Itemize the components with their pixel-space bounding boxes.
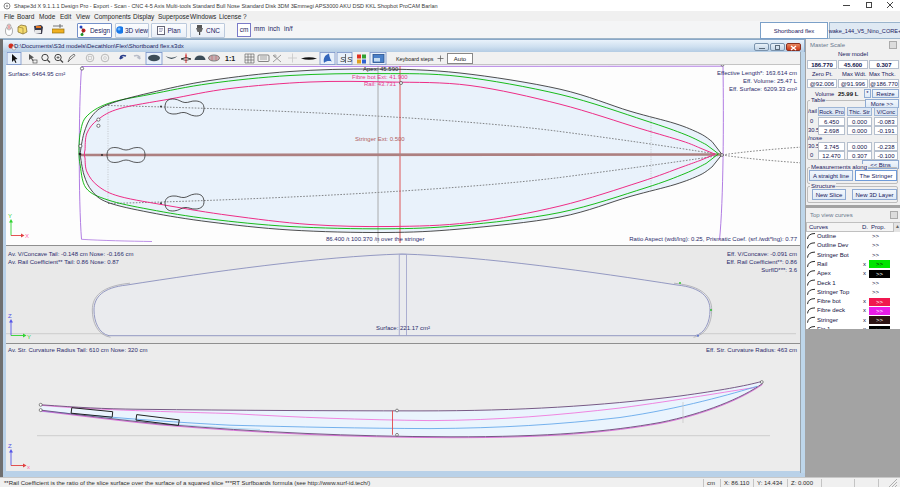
svg-text:Eff. Rail Coefficient**: 0.86: Eff. Rail Coefficient**: 0.86 <box>727 259 798 265</box>
svg-text:86.400 /t 100.370 /n over the: 86.400 /t 100.370 /n over the stringer <box>326 236 424 242</box>
svg-text:Av. V/Concave Tail: -0.148 cm: Av. V/Concave Tail: -0.148 cm Nose: -0.1… <box>8 251 133 257</box>
svg-text:Eff. V/Concave: -0.091 cm: Eff. V/Concave: -0.091 cm <box>727 251 797 257</box>
svg-text:Z: Z <box>8 443 12 449</box>
svg-text:Ratio Aspect (wdt/lng): 0.25,: Ratio Aspect (wdt/lng): 0.25, Prismatic … <box>629 236 797 242</box>
svg-text:Apex: 45.590: Apex: 45.590 <box>363 66 399 72</box>
svg-text:Y: Y <box>8 213 12 219</box>
svg-text:Eff. Str. Curvature Radius: 46: Eff. Str. Curvature Radius: 463 cm <box>706 347 797 353</box>
svg-text:Effective Length*: 163.614 cm: Effective Length*: 163.614 cm <box>717 70 797 76</box>
svg-text:S: S <box>340 55 346 64</box>
svg-text:S: S <box>347 55 353 64</box>
svg-text:Surface: 221.17 cm²: Surface: 221.17 cm² <box>376 325 430 331</box>
svg-text:Z: Z <box>8 313 12 319</box>
svg-text:Y: Y <box>27 334 31 340</box>
svg-text:Surface: 6464.95 cm²: Surface: 6464.95 cm² <box>8 71 65 77</box>
svg-text:Stringer Ext: 0.500: Stringer Ext: 0.500 <box>355 136 405 142</box>
svg-text:SurfID***: 3.6: SurfID***: 3.6 <box>761 267 797 273</box>
svg-text:Eff. Volume: 25.47 L: Eff. Volume: 25.47 L <box>743 78 798 84</box>
svg-text:Av. Str. Curvature Radius Tail: Av. Str. Curvature Radius Tail: 610 cm N… <box>8 347 147 353</box>
svg-text:Eff. Surface: 6209.33 cm²: Eff. Surface: 6209.33 cm² <box>729 86 797 92</box>
svg-text:x: x <box>27 464 30 470</box>
svg-text:1:1: 1:1 <box>225 55 235 62</box>
svg-text:Keyboard steps: Keyboard steps <box>396 56 434 62</box>
svg-text:Av. Rail Coefficient** Tail:: Av. Rail Coefficient** Tail: 0.86 Nose: … <box>8 259 120 265</box>
svg-text:Rail: 43.731: Rail: 43.731 <box>364 81 397 87</box>
svg-text:X: X <box>25 233 29 239</box>
svg-text:Fibre bot Ext: 41.900: Fibre bot Ext: 41.900 <box>352 74 408 80</box>
